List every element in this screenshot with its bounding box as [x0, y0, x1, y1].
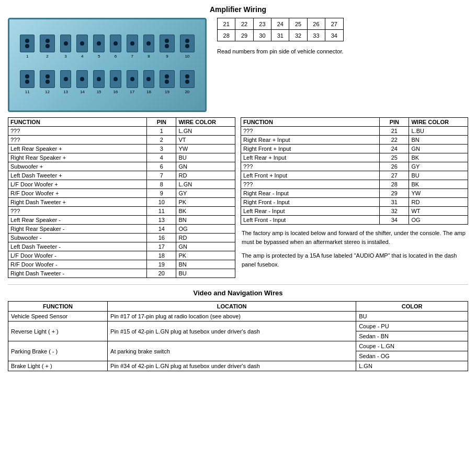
left-func-cell: Left Dash Tweeter +	[8, 171, 147, 180]
left-wire-cell: GN	[176, 162, 235, 171]
right-func-cell: Left Front + Input	[241, 171, 380, 180]
left-wire-cell: BN	[176, 260, 235, 269]
right-func-cell: ???	[241, 162, 380, 171]
pin-13: 13	[60, 70, 72, 88]
pin-grid-table: 21 22 23 24 25 26 27 28 29 30 31 32 33 3…	[217, 18, 344, 41]
left-header-wire: WIRE COLOR	[176, 118, 235, 127]
right-func-cell: ???	[241, 127, 380, 136]
pin-grid-31: 31	[271, 30, 289, 41]
nav-func-cell: Reverse Light ( + )	[8, 321, 108, 341]
left-table-row: Left Dash Tweeter +7RD	[8, 171, 235, 180]
right-pin-cell: 21	[380, 127, 409, 136]
pin-5: 5	[93, 35, 105, 52]
left-pin-cell: 16	[147, 234, 176, 242]
right-pin-cell: 24	[380, 145, 409, 153]
right-header-function: FUNCTION	[241, 118, 380, 127]
read-note: Read numbers from pin side of vehicle co…	[217, 48, 344, 54]
right-table-row: Right Rear + Input22BN	[241, 136, 468, 145]
left-func-cell: R/F Door Woofer -	[8, 260, 147, 269]
right-func-cell: Left Rear + Input	[241, 153, 380, 162]
pin-grid-26: 26	[307, 18, 325, 30]
pin-grid-21: 21	[218, 18, 235, 30]
left-func-cell: Subwoofer +	[8, 162, 147, 171]
pin-grid-22: 22	[235, 18, 253, 30]
pin-grid-28: 28	[218, 30, 235, 41]
right-pin-cell: 27	[380, 171, 409, 180]
pin-grid-24: 24	[271, 18, 289, 30]
left-func-cell: Subwoofer -	[8, 234, 147, 242]
left-pin-cell: 9	[147, 189, 176, 198]
left-wire-cell: YW	[176, 145, 235, 153]
section-divider	[8, 284, 468, 285]
pin-2: 2	[40, 35, 54, 52]
pin-12: 12	[40, 70, 54, 88]
nav-loc-cell: Pin #17 of 17-pin plug at radio location…	[108, 312, 356, 321]
right-func-cell: Right Front + Input	[241, 145, 380, 153]
right-wire-cell: RD	[409, 198, 468, 207]
nav-loc-cell: At parking brake switch	[108, 341, 356, 361]
pin-3: 3	[60, 35, 72, 52]
right-pin-cell: 32	[380, 207, 409, 216]
left-wire-cell: BU	[176, 153, 235, 162]
left-wire-cell: VT	[176, 136, 235, 145]
pin-15: 15	[93, 70, 105, 88]
right-wire-cell: L.BU	[409, 127, 468, 136]
nav-color-cell: Coupe - PU	[356, 321, 468, 331]
nav-table-row: Vehicle Speed SensorPin #17 of 17-pin pl…	[8, 312, 468, 321]
right-table-row: Right Front - Input31RD	[241, 198, 468, 207]
connector-diagram: 1 2 3 4 5 6 7 8 9 10 11 12 13 14 15 16 1…	[8, 18, 207, 112]
left-wire-cell: BN	[176, 216, 235, 225]
left-wire-cell: RD	[176, 234, 235, 242]
left-table-row: R/F Door Woofer -19BN	[8, 260, 235, 269]
right-wire-cell: BU	[409, 171, 468, 180]
right-wire-cell: BN	[409, 136, 468, 145]
left-pin-cell: 19	[147, 260, 176, 269]
left-pin-cell: 7	[147, 171, 176, 180]
right-header-wire: WIRE COLOR	[409, 118, 468, 127]
nav-header-location: LOCATION	[108, 302, 356, 312]
left-table-row: L/F Door Woofer +8L.GN	[8, 180, 235, 189]
right-pin-cell: 26	[380, 162, 409, 171]
pin-grid-33: 33	[307, 30, 325, 41]
right-pin-cell: 31	[380, 198, 409, 207]
right-table-row: ???21L.BU	[241, 127, 468, 136]
pin-grid-29: 29	[235, 30, 253, 41]
left-table-row: Right Dash Tweeter +10PK	[8, 198, 235, 207]
amp-note-1: The factory amp is located below and for…	[241, 228, 468, 247]
right-table-row: Left Front - Input34OG	[241, 216, 468, 225]
right-pin-cell: 28	[380, 180, 409, 189]
left-func-cell: Right Rear Speaker -	[8, 225, 147, 234]
right-func-cell: ???	[241, 180, 380, 189]
pin-grid-25: 25	[289, 18, 307, 30]
right-wire-cell: YW	[409, 189, 468, 198]
right-wire-cell: OG	[409, 216, 468, 225]
left-func-cell: ???	[8, 207, 147, 216]
left-table-row: Left Dash Tweeter -17GN	[8, 242, 235, 251]
pin-4: 4	[76, 35, 88, 52]
left-pin-cell: 2	[147, 136, 176, 145]
pin-grid-34: 34	[325, 30, 343, 41]
pin-10: 10	[180, 35, 195, 52]
nav-table-row: Reverse Light ( + )Pin #15 of 42-pin L.G…	[8, 321, 468, 331]
amp-note-2: The amp is protected by a 15A fuse label…	[241, 250, 468, 270]
page-title: Amplifier Wiring	[8, 5, 468, 14]
right-pin-cell: 34	[380, 216, 409, 225]
pin-20: 20	[180, 70, 195, 88]
left-pin-cell: 6	[147, 162, 176, 171]
left-header-function: FUNCTION	[8, 118, 147, 127]
left-table-row: Subwoofer +6GN	[8, 162, 235, 171]
right-table-row: Left Front + Input27BU	[241, 171, 468, 180]
left-table-row: ???11BK	[8, 207, 235, 216]
left-table-row: Left Rear Speaker +3YW	[8, 145, 235, 153]
left-wire-cell: PK	[176, 198, 235, 207]
left-func-cell: Right Dash Tweeter -	[8, 269, 147, 278]
left-wire-cell: BK	[176, 207, 235, 216]
nav-color-cell: L.GN	[356, 361, 468, 371]
pin-11: 11	[20, 70, 35, 88]
nav-color-cell: Sedan - OG	[356, 351, 468, 361]
right-wire-cell: GY	[409, 162, 468, 171]
left-wire-cell: OG	[176, 225, 235, 234]
nav-color-cell: BU	[356, 312, 468, 321]
right-func-cell: Right Front - Input	[241, 198, 380, 207]
right-table-row: ???28BK	[241, 180, 468, 189]
